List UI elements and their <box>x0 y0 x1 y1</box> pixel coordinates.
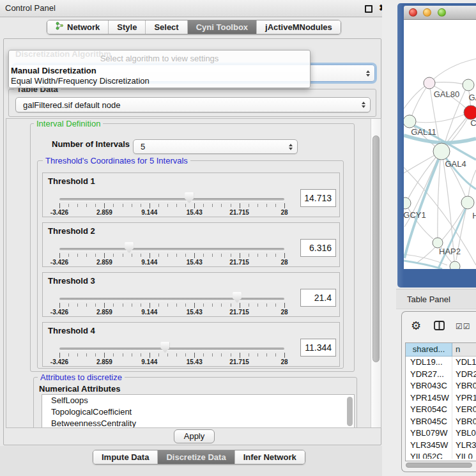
float-window-icon[interactable] <box>365 5 372 13</box>
tab-select[interactable]: Select <box>146 20 187 34</box>
network-node-partial[interactable] <box>450 261 460 269</box>
threshold-label: Threshold 1 <box>48 176 95 186</box>
table-row[interactable]: YBR043CYBR0 <box>406 380 476 392</box>
table-row[interactable]: YDL19...YDL1 <box>406 357 476 369</box>
table-cell[interactable]: YLR345W <box>406 440 452 452</box>
node-label: C <box>470 118 476 128</box>
slider-track[interactable] <box>59 198 284 201</box>
tab-discretize-data[interactable]: Discretize Data <box>158 450 234 464</box>
table-cell[interactable]: YBR045C <box>406 416 452 428</box>
table-row[interactable]: YLR345WYLR3 <box>406 440 476 452</box>
slider-track[interactable] <box>59 298 284 300</box>
top-tab-bar: NetworkStyleSelectCyni ToolboxjActiveMNo… <box>47 20 341 35</box>
slider-thumb[interactable] <box>160 342 169 353</box>
table-cell[interactable]: YBL0 <box>452 427 476 440</box>
slider-thumb[interactable] <box>125 242 134 253</box>
table-cell[interactable]: YLR3 <box>452 440 476 452</box>
table-row[interactable]: YIL052CYIL0 <box>406 451 476 459</box>
network-edge <box>411 112 469 123</box>
slider-tick <box>284 203 285 208</box>
threshold-label: Threshold 3 <box>48 276 95 286</box>
slider-tick <box>221 204 222 207</box>
network-node-gal4[interactable] <box>433 143 450 160</box>
table-cell[interactable]: YBR043C <box>406 380 452 392</box>
node-label: GAL11 <box>411 127 436 137</box>
network-node-h[interactable] <box>461 196 474 209</box>
table-cell[interactable]: YBL079W <box>406 427 452 440</box>
table-row[interactable]: YER054CYER0 <box>406 404 476 416</box>
table-cell[interactable]: YER054C <box>406 404 452 416</box>
table-cell[interactable]: YDL1 <box>452 357 476 369</box>
combo-stepper-icon[interactable] <box>366 70 370 77</box>
table-row[interactable]: YDR27...YDR2 <box>406 369 476 381</box>
network-canvas[interactable]: GAL80GACGAL11GAL4GCY1HHAP2 <box>404 20 476 269</box>
network-node-gal80[interactable] <box>424 77 435 89</box>
slider-tick <box>194 253 195 258</box>
table-row[interactable]: YBR045CYBR0 <box>406 416 476 428</box>
table-cell[interactable]: YDR2 <box>452 369 476 381</box>
table-cell[interactable]: YDL19... <box>406 357 452 369</box>
threshold-value-field[interactable]: 21.4 <box>300 289 336 307</box>
list-scrollbar[interactable] <box>347 397 353 426</box>
slider-track[interactable] <box>59 348 284 350</box>
table-cell[interactable]: YIL052C <box>406 451 452 459</box>
main-scrollbar-thumb[interactable] <box>372 135 380 362</box>
slider-thumb[interactable] <box>185 192 194 203</box>
checkboxes-icon[interactable]: ☑☑ <box>456 322 471 331</box>
table-row[interactable]: YPR145WYPR1 <box>406 392 476 404</box>
table-cell[interactable]: YER0 <box>452 404 476 416</box>
table-data-combo[interactable]: galFiltered.sif default node <box>15 97 371 112</box>
slider-tick <box>284 353 285 358</box>
tab-network[interactable]: Network <box>47 20 109 34</box>
network-node-gal11[interactable] <box>404 115 416 128</box>
threshold-value-field[interactable]: 14.713 <box>300 189 336 207</box>
tab-cyni-toolbox[interactable]: Cyni Toolbox <box>188 20 257 34</box>
table-cell[interactable]: YBR0 <box>452 380 476 392</box>
table-hscrollbar-thumb[interactable] <box>406 463 472 468</box>
combo-stepper-icon[interactable] <box>362 102 365 108</box>
node-table: shared... n YDL19...YDL1YDR27...YDR2YBR0… <box>405 342 476 461</box>
mac-minimize-icon[interactable] <box>423 8 431 17</box>
slider-thumb[interactable] <box>233 292 242 303</box>
tab-jactivemnodules[interactable]: jActiveMNodules <box>257 20 341 34</box>
column-header-shared-name[interactable]: shared... <box>406 343 452 357</box>
dropdown-option-manual-discretization[interactable]: Manual Discretization <box>11 66 96 75</box>
table-row[interactable]: YBL079WYBL0 <box>406 427 476 440</box>
table-cell[interactable]: YPR1 <box>452 392 476 404</box>
slider-tick <box>212 353 213 357</box>
thresholds-group: Threshold's Coordinates for 5 Intervals … <box>37 160 344 369</box>
slider-tick <box>59 303 60 308</box>
main-scrollbar-track[interactable] <box>371 119 381 427</box>
slider-tick <box>95 353 96 357</box>
table-cell[interactable]: YBR0 <box>452 416 476 428</box>
threshold-value-field[interactable]: 11.344 <box>300 339 336 357</box>
thresholds-group-title: Threshold's Coordinates for 5 Intervals <box>43 156 190 165</box>
network-window-titlebar[interactable] <box>404 6 476 20</box>
combo-stepper-icon[interactable] <box>289 144 293 150</box>
gear-icon[interactable]: ⚙ <box>411 319 421 333</box>
network-node-gcy1[interactable] <box>404 197 411 209</box>
mac-close-icon[interactable] <box>409 8 417 17</box>
apply-button[interactable]: Apply <box>174 429 215 443</box>
node-label: GAL4 <box>445 159 466 169</box>
tab-label: Infer Network <box>243 450 296 464</box>
attribute-item-betweennesscentrality[interactable]: BetweennessCentrality <box>42 418 354 428</box>
slider-tick <box>86 254 87 257</box>
table-cell[interactable]: YPR145W <box>406 392 452 404</box>
attribute-item-selfloops[interactable]: SelfLoops <box>42 395 354 406</box>
dropdown-option-equal-width-frequency[interactable]: Equal Width/Frequency Discretization <box>11 76 150 86</box>
tab-impute-data[interactable]: Impute Data <box>93 450 158 464</box>
number-of-intervals-combo[interactable]: 5 <box>133 139 298 154</box>
attribute-item-topologicalcoefficient[interactable]: TopologicalCoefficient <box>42 406 354 418</box>
slider-track[interactable] <box>59 248 284 250</box>
table-cell[interactable]: YIL0 <box>452 451 476 459</box>
tab-style[interactable]: Style <box>109 20 146 34</box>
threshold-value-field[interactable]: 6.316 <box>300 239 336 257</box>
network-node-ga[interactable] <box>463 79 474 91</box>
network-node-c[interactable] <box>464 105 476 119</box>
columns-icon[interactable] <box>434 321 445 333</box>
tab-infer-network[interactable]: Infer Network <box>235 450 305 464</box>
table-cell[interactable]: YDR27... <box>406 369 452 381</box>
mac-zoom-icon[interactable] <box>438 8 446 17</box>
column-header-name[interactable]: n <box>452 343 476 357</box>
